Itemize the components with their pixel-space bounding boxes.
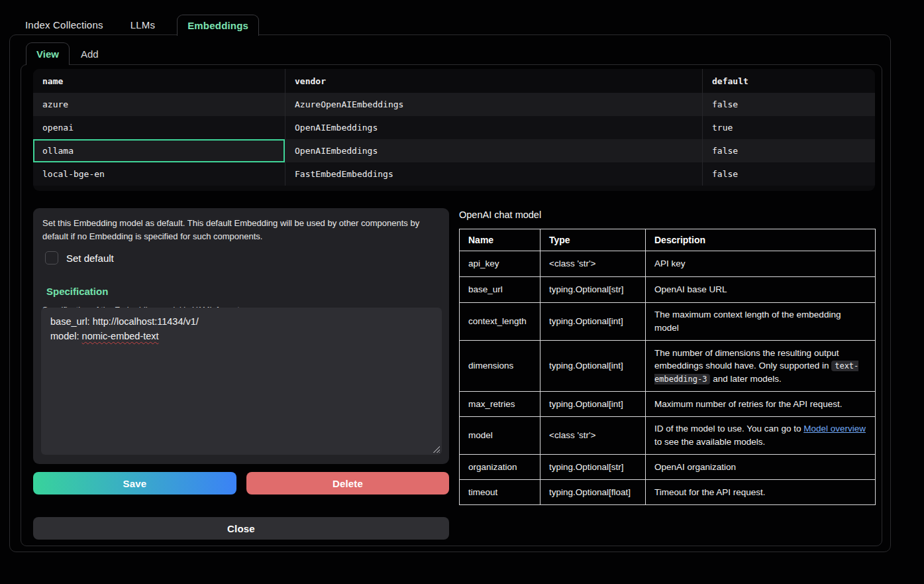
delete-button[interactable]: Delete xyxy=(246,472,449,495)
param-description: Timeout for the API request. xyxy=(646,480,876,505)
param-name: dimensions xyxy=(460,341,540,392)
param-row-base_url: base_urltyping.Optional[str]OpenAI base … xyxy=(460,277,876,303)
param-description: OpenAI organization xyxy=(646,455,876,480)
param-type: typing.Optional[float] xyxy=(540,480,646,505)
specification-heading: Specification xyxy=(46,286,440,297)
azure-vendor-cell[interactable]: AzureOpenAIEmbeddings xyxy=(285,93,703,116)
embeddings-table: namevendordefaultazureAzureOpenAIEmbeddi… xyxy=(33,69,875,191)
model-overview-link[interactable]: Model overview xyxy=(803,424,866,434)
param-description: The maximum context length of the embedd… xyxy=(646,303,876,341)
param-row-timeout: timeouttyping.Optional[float]Timeout for… xyxy=(460,480,876,505)
params-column-name: Name xyxy=(460,229,540,251)
local-bge-en-name-cell[interactable]: local-bge-en xyxy=(33,162,285,186)
openai-vendor-cell[interactable]: OpenAIEmbeddings xyxy=(285,116,703,139)
column-header-default: default xyxy=(703,69,875,93)
embedding-detail-panel: Set this Embedding model as default. Thi… xyxy=(33,208,449,464)
description-text: The maximum context length of the embedd… xyxy=(654,310,841,333)
params-column-type: Type xyxy=(540,229,646,251)
default-help-text: Set this Embedding model as default. Thi… xyxy=(42,217,440,243)
embeddings-table-header: namevendordefault xyxy=(33,69,875,93)
param-type: typing.Optional[int] xyxy=(540,341,646,392)
description-text: The number of dimensions the resulting o… xyxy=(654,348,839,371)
local-bge-en-vendor-cell[interactable]: FastEmbedEmbeddings xyxy=(285,162,703,186)
description-text: and later models. xyxy=(710,374,781,384)
spec-yaml-textarea[interactable]: base_url: http://localhost:11434/v1/ mod… xyxy=(41,308,442,455)
tab-view[interactable]: View xyxy=(26,42,70,65)
description-text: to see the available models. xyxy=(654,437,765,447)
azure-default-cell[interactable]: false xyxy=(703,93,875,116)
textarea-resize-handle[interactable] xyxy=(433,445,440,453)
main-tab-bar: Index Collections LLMs Embeddings xyxy=(9,15,259,35)
set-default-checkbox[interactable] xyxy=(45,251,58,264)
column-header-vendor: vendor xyxy=(285,69,703,93)
param-name: timeout xyxy=(460,480,540,505)
app-window: Index Collections LLMs Embeddings View A… xyxy=(0,0,924,584)
yaml-line-2: model: nomic-embed-text xyxy=(50,329,433,343)
table-row-ollama[interactable]: ollamaOpenAIEmbeddingsfalse xyxy=(33,139,875,162)
description-text: Maximum number of retries for the API re… xyxy=(654,399,843,409)
param-row-context_length: context_lengthtyping.Optional[int]The ma… xyxy=(460,303,876,341)
param-name: model xyxy=(460,417,540,455)
description-text: ID of the model to use. You can go to xyxy=(654,424,803,434)
column-header-name: name xyxy=(33,69,285,93)
embeddings-tab-panel: View Add namevendordefaultazureAzureOpen… xyxy=(9,34,891,552)
ollama-vendor-cell[interactable]: OpenAIEmbeddings xyxy=(285,139,703,162)
param-row-max_retries: max_retriestyping.Optional[int]Maximum n… xyxy=(460,392,876,417)
yaml-line-1: base_url: http://localhost:11434/v1/ xyxy=(50,314,433,329)
set-default-label: Set default xyxy=(66,253,114,264)
params-column-description: Description xyxy=(646,229,876,251)
param-type: typing.Optional[str] xyxy=(540,455,646,480)
sub-tab-bar: View Add xyxy=(26,42,110,65)
params-header-row: NameTypeDescription xyxy=(460,229,876,251)
save-button[interactable]: Save xyxy=(33,472,236,495)
param-type: typing.Optional[int] xyxy=(540,303,646,341)
param-type: <class 'str'> xyxy=(540,251,646,277)
param-name: max_retries xyxy=(460,392,540,417)
param-row-organization: organizationtyping.Optional[str]OpenAI o… xyxy=(460,455,876,480)
table-row-local-bge-en[interactable]: local-bge-enFastEmbedEmbeddingsfalse xyxy=(33,162,875,186)
tab-index-collections[interactable]: Index Collections xyxy=(9,15,119,35)
azure-name-cell[interactable]: azure xyxy=(33,93,285,116)
table-row-openai[interactable]: openaiOpenAIEmbeddingstrue xyxy=(33,116,875,139)
description-text: API key xyxy=(654,259,686,268)
param-description: ID of the model to use. You can go to Mo… xyxy=(646,417,876,455)
param-type: typing.Optional[int] xyxy=(540,392,646,417)
openai-default-cell[interactable]: true xyxy=(703,116,875,139)
close-button[interactable]: Close xyxy=(33,517,449,540)
param-name: organization xyxy=(460,455,540,480)
param-description: The number of dimensions the resulting o… xyxy=(646,341,876,392)
param-name: base_url xyxy=(460,277,540,303)
local-bge-en-default-cell[interactable]: false xyxy=(703,162,875,186)
openai-name-cell[interactable]: openai xyxy=(33,116,285,139)
table-row-azure[interactable]: azureAzureOpenAIEmbeddingsfalse xyxy=(33,93,875,116)
ollama-name-cell[interactable]: ollama xyxy=(33,139,285,162)
ollama-default-cell[interactable]: false xyxy=(703,139,875,162)
param-description: OpenAI base URL xyxy=(646,277,876,303)
param-type: <class 'str'> xyxy=(540,417,646,455)
tab-llms[interactable]: LLMs xyxy=(119,15,166,35)
tab-embeddings[interactable]: Embeddings xyxy=(177,15,259,36)
param-row-dimensions: dimensionstyping.Optional[int]The number… xyxy=(460,341,876,392)
param-description: Maximum number of retries for the API re… xyxy=(646,392,876,417)
param-row-model: model<class 'str'>ID of the model to use… xyxy=(460,417,876,455)
param-description: API key xyxy=(646,251,876,277)
description-text: Timeout for the API request. xyxy=(654,487,766,497)
param-name: context_length xyxy=(460,303,540,341)
param-type: typing.Optional[str] xyxy=(540,277,646,303)
description-text: OpenAI organization xyxy=(654,462,736,472)
set-default-row: Set default xyxy=(45,251,440,264)
param-name: api_key xyxy=(460,251,540,277)
view-tab-panel: namevendordefaultazureAzureOpenAIEmbeddi… xyxy=(21,64,882,546)
description-text: OpenAI base URL xyxy=(654,284,727,294)
param-row-api_key: api_key<class 'str'>API key xyxy=(460,251,876,277)
tab-add[interactable]: Add xyxy=(70,42,110,65)
params-table-wrap: NameTypeDescriptionapi_key<class 'str'>A… xyxy=(459,229,875,505)
misspelled-word: nomic-embed-text xyxy=(82,331,159,341)
params-table: NameTypeDescriptionapi_key<class 'str'>A… xyxy=(459,229,876,505)
params-panel-title: OpenAI chat model xyxy=(459,209,541,220)
